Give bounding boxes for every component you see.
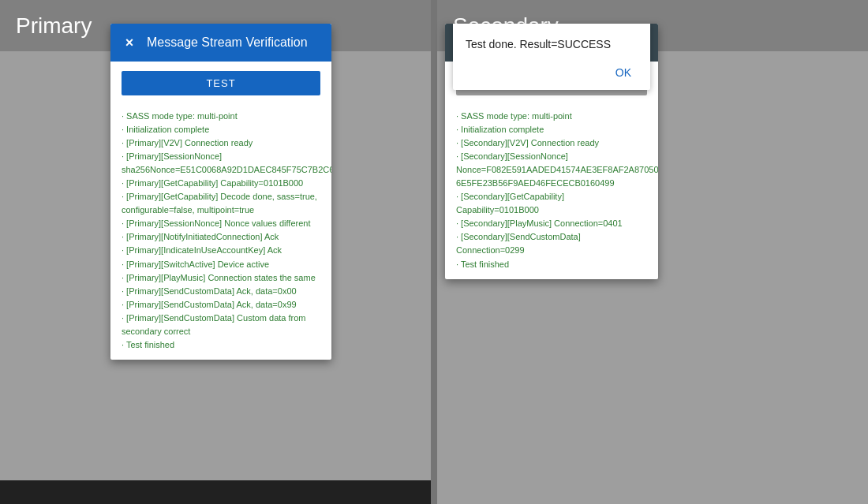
log-line: · Initialization complete (122, 123, 320, 136)
log-line: · [Primary][SwitchActive] Device active (122, 258, 320, 271)
log-line: · [Primary][V2V] Connection ready (122, 136, 320, 150)
left-panel: Primary × Message Stream Verification TE… (0, 0, 431, 504)
log-line: · [Secondary][SendCustomData] Connection… (456, 230, 647, 257)
ok-button[interactable]: OK (609, 63, 638, 82)
log-line: · Initialization complete (456, 123, 647, 136)
right-dialog-log: · SASS mode type: multi-point· Initializ… (445, 105, 658, 279)
log-line: · [Secondary][V2V] Connection ready (456, 136, 647, 150)
log-line: · [Primary][PlayMusic] Connection states… (122, 271, 320, 285)
log-line: · [Primary][SessionNonce] Nonce values d… (122, 217, 320, 230)
log-line: · Test finished (122, 338, 320, 352)
result-popup: Test done. Result=SUCCESS OK (453, 24, 650, 90)
log-line: · [Primary][SessionNonce] sha256Nonce=E5… (122, 150, 320, 177)
left-dialog-title: Message Stream Verification (147, 35, 308, 50)
log-line: · [Primary][IndicateInUseAccountKey] Ack (122, 244, 320, 257)
left-test-button[interactable]: TEST (122, 71, 320, 95)
log-line: · [Primary][NotifyInitiatedConnection] A… (122, 230, 320, 244)
left-dialog-log: · SASS mode type: multi-point· Initializ… (110, 105, 331, 360)
left-panel-bottom-bar (0, 480, 431, 504)
panel-divider (431, 0, 437, 504)
log-line: · [Primary][GetCapability] Decode done, … (122, 190, 320, 217)
left-close-button[interactable]: × (120, 33, 139, 52)
log-line: · [Secondary][PlayMusic] Connection=0401 (456, 217, 647, 230)
log-line: · [Secondary][GetCapability] Capability=… (456, 190, 647, 217)
log-line: · SASS mode type: multi-point (456, 110, 647, 123)
log-line: · SASS mode type: multi-point (122, 110, 320, 123)
primary-label: Primary (16, 13, 92, 39)
log-line: · Test finished (456, 258, 647, 271)
log-line: · [Primary][SendCustomData] Ack, data=0x… (122, 298, 320, 312)
log-line: · [Secondary][SessionNonce] Nonce=F082E5… (456, 150, 647, 190)
left-dialog-header: × Message Stream Verification (110, 24, 331, 62)
left-dialog: × Message Stream Verification TEST · SAS… (110, 24, 331, 360)
right-panel: Secondary × Message Stream Verification … (437, 0, 868, 504)
ok-button-container: OK (466, 63, 638, 82)
right-dialog: × Message Stream Verification TEST · SAS… (445, 24, 658, 279)
log-line: · [Primary][SendCustomData] Ack, data=0x… (122, 285, 320, 298)
log-line: · [Primary][SendCustomData] Custom data … (122, 312, 320, 338)
log-line: · [Primary][GetCapability] Capability=01… (122, 177, 320, 190)
result-text: Test done. Result=SUCCESS (466, 38, 638, 50)
